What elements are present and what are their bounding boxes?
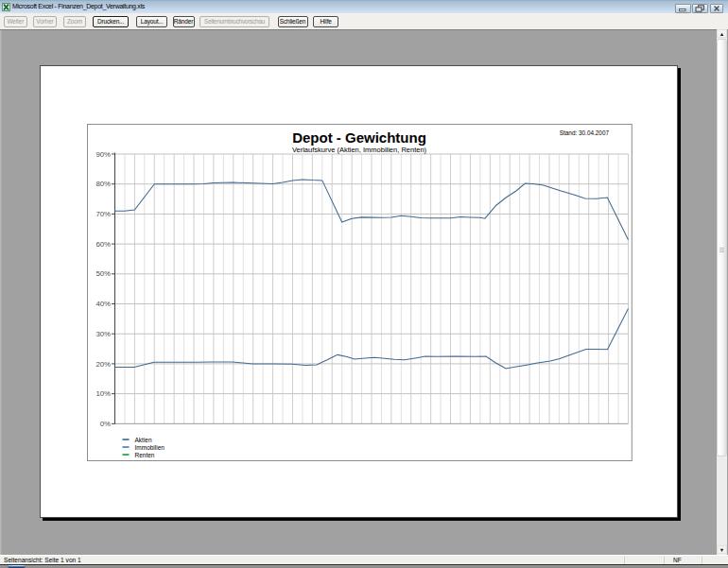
svg-text:10%: 10%	[95, 389, 111, 398]
svg-text:Verlaufskurve (Aktien, Immobil: Verlaufskurve (Aktien, Immobilien, Rente…	[292, 146, 427, 154]
svg-text:30%: 30%	[95, 330, 111, 338]
svg-text:90%: 90%	[95, 150, 111, 159]
svg-text:50%: 50%	[95, 269, 111, 278]
svg-text:Immobilien: Immobilien	[135, 444, 165, 451]
svg-text:Stand: 30.04.2007: Stand: 30.04.2007	[560, 129, 610, 136]
svg-text:Renten: Renten	[135, 452, 155, 458]
svg-text:20%: 20%	[95, 360, 111, 369]
svg-text:60%: 60%	[95, 240, 111, 249]
svg-text:40%: 40%	[95, 300, 111, 308]
svg-text:70%: 70%	[95, 210, 111, 218]
svg-text:0%: 0%	[100, 420, 111, 428]
svg-text:Depot - Gewichtung: Depot - Gewichtung	[292, 129, 426, 146]
svg-text:80%: 80%	[95, 180, 111, 188]
svg-text:Aktien: Aktien	[135, 437, 152, 443]
